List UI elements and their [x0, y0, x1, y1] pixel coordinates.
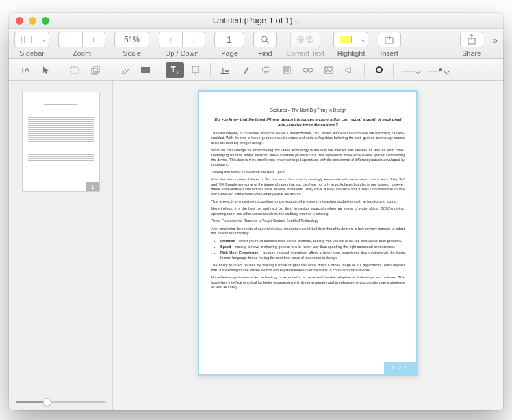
page-thumbnail[interactable]: 1 [22, 92, 100, 192]
annotation-toolbar: ⌶A T+ T≡ — ⌵ —• ⌵ [9, 59, 503, 81]
find-button[interactable] [253, 32, 277, 47]
page-label: Page [221, 49, 238, 57]
zoom-value: 51% [124, 35, 140, 44]
svg-rect-23 [308, 68, 313, 72]
comment-tool[interactable] [257, 62, 275, 78]
thumbnails-sidebar: 1 [9, 81, 113, 410]
list-item: Rich User Experience – gesture-enabled i… [220, 251, 405, 260]
lasso-icon [91, 66, 100, 75]
search-icon [261, 35, 270, 44]
page-up-button[interactable]: ↑ [159, 32, 182, 47]
line-end-menu[interactable]: —• ⌵ [426, 62, 451, 78]
form-icon [283, 66, 291, 74]
highlight-menu-button[interactable]: ⌵ [357, 32, 368, 47]
overflow-button[interactable]: » [493, 32, 498, 45]
image-tool[interactable] [320, 62, 338, 78]
app-window: Untitled (Page 1 of 1) ⌵ ⌵ Sidebar − + Z… [9, 13, 503, 410]
title-text: Untitled (Page 1 of 1) [213, 16, 293, 25]
chevron-down-icon: ⌵ [42, 36, 45, 43]
svg-rect-11 [92, 68, 97, 74]
svg-rect-0 [21, 36, 32, 43]
svg-marker-12 [122, 68, 129, 74]
redact-icon [141, 67, 150, 73]
svg-marker-8 [43, 66, 49, 74]
sidebar-icon [21, 36, 32, 43]
text-cursor-icon: ⌶A [20, 66, 29, 74]
plus-icon: + [91, 34, 96, 45]
window-title[interactable]: Untitled (Page 1 of 1) ⌵ [9, 16, 503, 25]
thumbnail-preview [28, 104, 94, 161]
sidebar-menu-button[interactable]: ⌵ [38, 32, 49, 47]
highlight-label: Highlight [337, 49, 365, 57]
slider-fill [16, 401, 43, 403]
svg-point-25 [327, 68, 328, 69]
document-page[interactable]: Gestures – The Next Big Thing in Design … [198, 90, 418, 376]
page-value: 1 [227, 34, 232, 45]
doc-lead: Do you know that the latest iPhone desig… [211, 117, 405, 127]
insert-icon [384, 35, 394, 44]
pointer-tool[interactable] [36, 62, 55, 78]
doc-paragraph: The ability to direct devices by making … [211, 263, 405, 273]
zoom-label: Zoom [73, 49, 91, 57]
svg-marker-26 [346, 67, 350, 73]
page-down-button[interactable]: ↓ [182, 32, 205, 47]
anchored-note-icon [191, 66, 200, 75]
area-select-tool[interactable] [66, 62, 84, 78]
speaker-icon [345, 66, 354, 74]
correct-text-button[interactable]: ⓐ|ⓑ [290, 32, 320, 47]
svg-rect-9 [71, 67, 79, 73]
shape-tool[interactable] [370, 62, 388, 78]
content-area: 1 Gestures – The Next Big Thing in Desig… [9, 81, 503, 410]
highlight-button[interactable] [333, 32, 357, 47]
svg-rect-13 [141, 67, 150, 73]
sound-tool[interactable] [340, 62, 359, 78]
svg-point-2 [262, 36, 267, 42]
note-anchor-tool[interactable] [186, 62, 205, 78]
slider-knob[interactable] [43, 398, 51, 406]
speech-icon [262, 66, 271, 74]
highlight-tool[interactable] [237, 62, 255, 78]
sidebar-label: Sidebar [19, 49, 44, 57]
text-tool[interactable]: T+ [166, 62, 184, 78]
minus-icon: − [68, 34, 73, 45]
main-toolbar: ⌵ Sidebar − + Zoom 51% Scale ↑ ↓ Up / Do… [9, 29, 503, 59]
updown-label: Up / Down [165, 49, 198, 57]
line-end-icon: —• ⌵ [428, 63, 449, 77]
doc-paragraph: After the introduction of Alexa or Siri,… [211, 177, 405, 197]
line-tool[interactable]: T≡ [216, 62, 234, 78]
page-field[interactable]: 1 [214, 32, 244, 47]
doc-list: Distance – when you must communicate fro… [220, 239, 405, 261]
page-number-badge: 1 / 1 [384, 362, 416, 374]
svg-marker-16 [244, 67, 249, 74]
text-select-tool[interactable]: ⌶A [16, 62, 34, 78]
form-tool[interactable] [278, 62, 296, 78]
chevron-right-icon: » [493, 34, 498, 45]
line-solid-icon: — ⌵ [402, 63, 420, 77]
zoom-field[interactable]: 51% [114, 32, 149, 47]
document-canvas[interactable]: Gestures – The Next Big Thing in Design … [113, 81, 503, 410]
doc-paragraph: Nonetheless, gesture-enabled technology … [211, 275, 405, 290]
doc-paragraph: After analyzing the results of several s… [211, 227, 405, 236]
link-tool[interactable] [299, 62, 317, 78]
zoom-out-button[interactable]: − [58, 32, 82, 47]
stroke-style-menu[interactable]: — ⌵ [399, 62, 424, 78]
thumbnail-size-slider[interactable] [16, 401, 106, 403]
find-label: Find [258, 49, 272, 57]
redact-tool[interactable] [136, 62, 155, 78]
link-icon [303, 67, 313, 73]
svg-rect-22 [303, 68, 308, 72]
doc-paragraph: Nevertheless, it is the best bet and nex… [211, 206, 405, 216]
insert-button[interactable] [378, 32, 401, 47]
erase-tool[interactable] [116, 62, 134, 78]
doc-paragraph: What we can change by incorporating this… [211, 148, 405, 167]
titlebar: Untitled (Page 1 of 1) ⌵ [9, 13, 503, 29]
marquee-icon [70, 66, 79, 74]
text-icon: T+ [171, 64, 179, 76]
lasso-tool[interactable] [86, 62, 105, 78]
zoom-in-button[interactable]: + [82, 32, 105, 47]
doc-paragraph: That is exactly why gesture recognition … [211, 199, 405, 204]
doc-subhead: ‘Talking Into Midair’ is No More the Bes… [211, 170, 405, 175]
share-button[interactable] [460, 32, 483, 47]
svg-line-3 [266, 41, 269, 43]
sidebar-button[interactable] [14, 32, 38, 47]
